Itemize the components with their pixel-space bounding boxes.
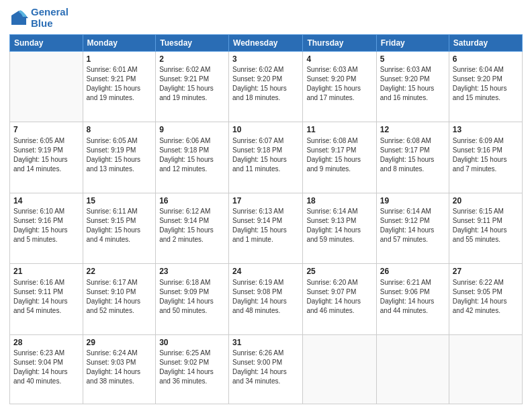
calendar-cell: 28Sunrise: 6:23 AM Sunset: 9:04 PM Dayli… bbox=[10, 334, 83, 404]
day-info: Sunrise: 6:24 AM Sunset: 9:03 PM Dayligh… bbox=[87, 349, 152, 386]
calendar-week-3: 14Sunrise: 6:10 AM Sunset: 9:16 PM Dayli… bbox=[10, 193, 523, 263]
day-number: 30 bbox=[159, 337, 225, 348]
day-number: 17 bbox=[232, 195, 299, 206]
logo-icon bbox=[9, 9, 28, 28]
day-number: 5 bbox=[380, 54, 445, 64]
header: General Blue bbox=[9, 7, 523, 29]
day-info: Sunrise: 6:03 AM Sunset: 9:20 PM Dayligh… bbox=[306, 65, 372, 103]
calendar-cell: 5Sunrise: 6:03 AM Sunset: 9:20 PM Daylig… bbox=[376, 52, 449, 122]
calendar-header-wednesday: Wednesday bbox=[229, 35, 303, 52]
day-info: Sunrise: 6:14 AM Sunset: 9:12 PM Dayligh… bbox=[380, 207, 445, 244]
day-info: Sunrise: 6:18 AM Sunset: 9:09 PM Dayligh… bbox=[159, 278, 225, 316]
calendar-cell: 16Sunrise: 6:12 AM Sunset: 9:14 PM Dayli… bbox=[156, 193, 229, 263]
calendar-cell: 3Sunrise: 6:02 AM Sunset: 9:20 PM Daylig… bbox=[229, 52, 303, 122]
day-number: 4 bbox=[306, 54, 372, 64]
calendar-cell: 19Sunrise: 6:14 AM Sunset: 9:12 PM Dayli… bbox=[376, 193, 449, 263]
calendar-cell: 20Sunrise: 6:15 AM Sunset: 9:11 PM Dayli… bbox=[449, 193, 522, 263]
day-number: 6 bbox=[453, 54, 519, 64]
calendar-cell: 25Sunrise: 6:20 AM Sunset: 9:07 PM Dayli… bbox=[303, 264, 376, 334]
day-number: 2 bbox=[159, 54, 225, 64]
day-info: Sunrise: 6:22 AM Sunset: 9:05 PM Dayligh… bbox=[453, 278, 519, 316]
day-number: 22 bbox=[87, 266, 152, 277]
day-info: Sunrise: 6:17 AM Sunset: 9:10 PM Dayligh… bbox=[87, 278, 152, 316]
calendar-cell: 15Sunrise: 6:11 AM Sunset: 9:15 PM Dayli… bbox=[83, 193, 156, 263]
day-number: 16 bbox=[159, 195, 225, 206]
day-info: Sunrise: 6:03 AM Sunset: 9:20 PM Dayligh… bbox=[380, 65, 445, 103]
day-number: 23 bbox=[159, 266, 225, 277]
day-info: Sunrise: 6:21 AM Sunset: 9:06 PM Dayligh… bbox=[380, 278, 445, 316]
calendar-cell: 10Sunrise: 6:07 AM Sunset: 9:18 PM Dayli… bbox=[229, 122, 303, 193]
day-info: Sunrise: 6:08 AM Sunset: 9:17 PM Dayligh… bbox=[306, 136, 372, 174]
calendar-cell: 27Sunrise: 6:22 AM Sunset: 9:05 PM Dayli… bbox=[449, 264, 522, 334]
calendar-cell: 12Sunrise: 6:08 AM Sunset: 9:17 PM Dayli… bbox=[376, 122, 449, 193]
calendar-header-saturday: Saturday bbox=[449, 35, 522, 52]
calendar-cell: 8Sunrise: 6:05 AM Sunset: 9:19 PM Daylig… bbox=[83, 122, 156, 193]
calendar-cell: 11Sunrise: 6:08 AM Sunset: 9:17 PM Dayli… bbox=[303, 122, 376, 193]
calendar-cell: 29Sunrise: 6:24 AM Sunset: 9:03 PM Dayli… bbox=[83, 334, 156, 404]
calendar-week-1: 1Sunrise: 6:01 AM Sunset: 9:21 PM Daylig… bbox=[10, 52, 523, 122]
calendar-cell: 21Sunrise: 6:16 AM Sunset: 9:11 PM Dayli… bbox=[10, 264, 83, 334]
calendar-cell: 2Sunrise: 6:02 AM Sunset: 9:21 PM Daylig… bbox=[156, 52, 229, 122]
calendar-cell: 30Sunrise: 6:25 AM Sunset: 9:02 PM Dayli… bbox=[156, 334, 229, 404]
calendar-header-sunday: Sunday bbox=[10, 35, 83, 52]
day-number: 21 bbox=[13, 266, 79, 277]
calendar-cell: 17Sunrise: 6:13 AM Sunset: 9:14 PM Dayli… bbox=[229, 193, 303, 263]
calendar-cell: 6Sunrise: 6:04 AM Sunset: 9:20 PM Daylig… bbox=[449, 52, 522, 122]
day-info: Sunrise: 6:05 AM Sunset: 9:19 PM Dayligh… bbox=[13, 136, 79, 174]
day-number: 12 bbox=[380, 124, 445, 135]
day-number: 18 bbox=[306, 195, 372, 206]
day-number: 14 bbox=[13, 195, 79, 206]
day-number: 13 bbox=[453, 124, 519, 135]
day-info: Sunrise: 6:05 AM Sunset: 9:19 PM Dayligh… bbox=[87, 136, 152, 174]
day-number: 8 bbox=[87, 124, 152, 135]
calendar-cell: 22Sunrise: 6:17 AM Sunset: 9:10 PM Dayli… bbox=[83, 264, 156, 334]
day-info: Sunrise: 6:04 AM Sunset: 9:20 PM Dayligh… bbox=[453, 65, 519, 103]
day-info: Sunrise: 6:14 AM Sunset: 9:13 PM Dayligh… bbox=[306, 207, 372, 244]
calendar-cell: 9Sunrise: 6:06 AM Sunset: 9:18 PM Daylig… bbox=[156, 122, 229, 193]
day-number: 25 bbox=[306, 266, 372, 277]
logo: General Blue bbox=[9, 7, 69, 29]
day-info: Sunrise: 6:19 AM Sunset: 9:08 PM Dayligh… bbox=[232, 278, 299, 316]
calendar-table: SundayMondayTuesdayWednesdayThursdayFrid… bbox=[9, 34, 523, 404]
day-info: Sunrise: 6:20 AM Sunset: 9:07 PM Dayligh… bbox=[306, 278, 372, 316]
calendar-header-row: SundayMondayTuesdayWednesdayThursdayFrid… bbox=[10, 35, 523, 52]
calendar-cell: 13Sunrise: 6:09 AM Sunset: 9:16 PM Dayli… bbox=[449, 122, 522, 193]
day-info: Sunrise: 6:02 AM Sunset: 9:20 PM Dayligh… bbox=[232, 65, 299, 103]
day-info: Sunrise: 6:15 AM Sunset: 9:11 PM Dayligh… bbox=[453, 207, 519, 244]
day-number: 7 bbox=[13, 124, 79, 135]
day-info: Sunrise: 6:12 AM Sunset: 9:14 PM Dayligh… bbox=[159, 207, 225, 244]
calendar-week-4: 21Sunrise: 6:16 AM Sunset: 9:11 PM Dayli… bbox=[10, 264, 523, 334]
day-info: Sunrise: 6:13 AM Sunset: 9:14 PM Dayligh… bbox=[232, 207, 299, 244]
calendar-cell: 4Sunrise: 6:03 AM Sunset: 9:20 PM Daylig… bbox=[303, 52, 376, 122]
day-number: 26 bbox=[380, 266, 445, 277]
day-info: Sunrise: 6:02 AM Sunset: 9:21 PM Dayligh… bbox=[159, 65, 225, 103]
calendar-week-2: 7Sunrise: 6:05 AM Sunset: 9:19 PM Daylig… bbox=[10, 122, 523, 193]
calendar-header-friday: Friday bbox=[376, 35, 449, 52]
day-info: Sunrise: 6:11 AM Sunset: 9:15 PM Dayligh… bbox=[87, 207, 152, 244]
day-number: 9 bbox=[159, 124, 225, 135]
calendar-cell bbox=[10, 52, 83, 122]
day-info: Sunrise: 6:23 AM Sunset: 9:04 PM Dayligh… bbox=[13, 349, 79, 386]
day-number: 31 bbox=[232, 337, 299, 348]
day-number: 3 bbox=[232, 54, 299, 64]
day-number: 20 bbox=[453, 195, 519, 206]
logo-text: General Blue bbox=[31, 7, 69, 29]
calendar-cell: 26Sunrise: 6:21 AM Sunset: 9:06 PM Dayli… bbox=[376, 264, 449, 334]
day-info: Sunrise: 6:07 AM Sunset: 9:18 PM Dayligh… bbox=[232, 136, 299, 174]
day-number: 11 bbox=[306, 124, 372, 135]
calendar-cell: 14Sunrise: 6:10 AM Sunset: 9:16 PM Dayli… bbox=[10, 193, 83, 263]
calendar-cell: 1Sunrise: 6:01 AM Sunset: 9:21 PM Daylig… bbox=[83, 52, 156, 122]
calendar-header-tuesday: Tuesday bbox=[156, 35, 229, 52]
calendar-cell bbox=[303, 334, 376, 404]
calendar-cell: 31Sunrise: 6:26 AM Sunset: 9:00 PM Dayli… bbox=[229, 334, 303, 404]
calendar-week-5: 28Sunrise: 6:23 AM Sunset: 9:04 PM Dayli… bbox=[10, 334, 523, 404]
day-number: 24 bbox=[232, 266, 299, 277]
calendar-cell: 24Sunrise: 6:19 AM Sunset: 9:08 PM Dayli… bbox=[229, 264, 303, 334]
calendar-cell: 18Sunrise: 6:14 AM Sunset: 9:13 PM Dayli… bbox=[303, 193, 376, 263]
day-info: Sunrise: 6:08 AM Sunset: 9:17 PM Dayligh… bbox=[380, 136, 445, 174]
day-info: Sunrise: 6:10 AM Sunset: 9:16 PM Dayligh… bbox=[13, 207, 79, 244]
calendar-header-monday: Monday bbox=[83, 35, 156, 52]
calendar-cell bbox=[449, 334, 522, 404]
day-info: Sunrise: 6:16 AM Sunset: 9:11 PM Dayligh… bbox=[13, 278, 79, 316]
day-info: Sunrise: 6:01 AM Sunset: 9:21 PM Dayligh… bbox=[87, 65, 152, 103]
